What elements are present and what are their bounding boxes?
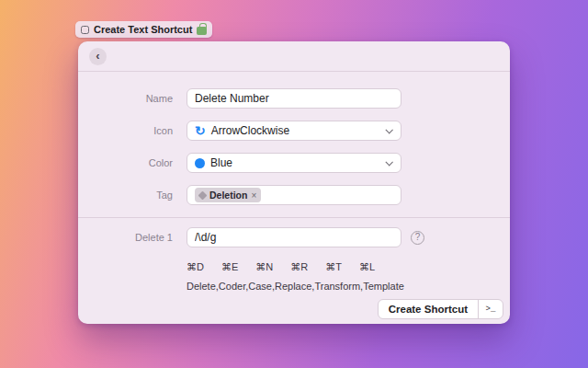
delete1-label: Delete 1 (78, 232, 187, 243)
delete1-input[interactable] (195, 231, 393, 244)
name-field-wrap (187, 88, 401, 109)
shortcut-cmd-d: ⌘D (187, 261, 204, 273)
tag-field[interactable]: Deletion × (187, 185, 401, 205)
back-button[interactable]: ‹ (89, 48, 107, 65)
tag-chip-label: Deletion (209, 190, 247, 201)
color-select[interactable]: Blue (187, 153, 401, 173)
chevron-left-icon: ‹ (96, 50, 99, 62)
name-row: Name (78, 88, 510, 109)
chevron-down-icon (385, 158, 392, 166)
arrow-clockwise-icon: ↻ (195, 124, 206, 137)
create-shortcut-button[interactable]: Create Shortcut (379, 300, 478, 318)
form: Name Icon ↻ ArrowClockwise Color Blue Ta… (78, 72, 510, 292)
shortcut-cmd-e: ⌘E (221, 261, 238, 273)
dialog-header: ‹ (78, 41, 510, 72)
section-divider (78, 217, 510, 218)
tag-label: Tag (78, 190, 187, 201)
icon-row: Icon ↻ ArrowClockwise (78, 121, 510, 141)
tag-icon (198, 190, 208, 200)
chevron-down-icon (385, 126, 392, 133)
tag-chip[interactable]: Deletion × (195, 188, 261, 202)
name-label: Name (78, 93, 187, 104)
color-label: Color (78, 157, 187, 168)
blue-color-dot-icon (195, 158, 205, 168)
keywords-text: Delete,Coder,Case,Replace,Transform,Temp… (187, 281, 510, 292)
icon-label: Icon (78, 125, 187, 136)
icon-select-value: ArrowClockwise (211, 124, 289, 137)
dialog-footer: Create Shortcut >_ (378, 299, 503, 319)
shortcut-cmd-l: ⌘L (359, 261, 375, 273)
create-shortcut-button-group: Create Shortcut >_ (378, 299, 503, 319)
tag-row: Tag Deletion × (78, 185, 510, 205)
icon-select[interactable]: ↻ ArrowClockwise (187, 121, 401, 141)
shortcut-cmd-n: ⌘N (255, 261, 273, 273)
shortcut-cmd-t: ⌘T (325, 261, 342, 273)
delete1-row: Delete 1 ? (78, 227, 510, 247)
app-window-icon (81, 26, 89, 34)
delete1-field-wrap (187, 227, 401, 247)
question-mark-icon: ? (415, 232, 421, 242)
name-input[interactable] (195, 92, 393, 105)
tab-title: Create Text Shortcut (94, 24, 192, 35)
help-button[interactable]: ? (411, 231, 424, 245)
color-select-value: Blue (210, 156, 232, 169)
lock-icon (197, 27, 207, 35)
terminal-prompt-icon[interactable]: >_ (478, 300, 503, 318)
shortcut-cmd-r: ⌘R (290, 261, 308, 273)
window-tab[interactable]: Create Text Shortcut (75, 21, 212, 38)
color-row: Color Blue (78, 153, 510, 173)
keyboard-shortcuts: ⌘D ⌘E ⌘N ⌘R ⌘T ⌘L (187, 261, 510, 273)
create-text-shortcut-dialog: ‹ Name Icon ↻ ArrowClockwise Color Blue (78, 41, 510, 324)
remove-tag-icon[interactable]: × (251, 190, 256, 201)
